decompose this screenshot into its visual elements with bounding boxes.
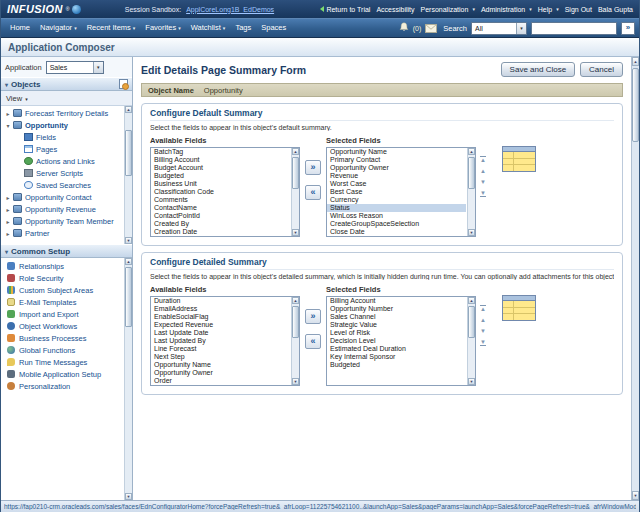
expand-icon[interactable]	[4, 206, 12, 213]
menu-favorites[interactable]: Favorites	[140, 19, 185, 37]
common-setup-item-relationships[interactable]: Relationships	[1, 260, 124, 272]
tree-item-opportunity[interactable]: Opportunity	[1, 119, 124, 131]
tree-item-opportunity-revenue[interactable]: Opportunity Revenue	[1, 203, 124, 215]
scrollbar-thumb[interactable]	[292, 306, 299, 338]
menu-spaces[interactable]: Spaces	[256, 19, 291, 37]
move-up-icon[interactable]	[480, 168, 486, 174]
tree-scrollbar[interactable]	[124, 106, 132, 244]
tree-item-server-scripts[interactable]: Server Scripts	[1, 167, 124, 179]
session-sandbox-link[interactable]: ApplCoreLong1B_EdDemos	[186, 6, 274, 13]
personalization-menu[interactable]: Personalization	[421, 6, 475, 13]
common-setup-item-global-functions[interactable]: Global Functions	[1, 344, 124, 356]
scroll-up-icon[interactable]	[292, 297, 299, 304]
chevron-down-icon[interactable]	[516, 23, 526, 34]
list-option[interactable]: ContactPointId	[151, 212, 290, 220]
move-to-bottom-icon[interactable]	[480, 339, 486, 346]
scrollbar-thumb[interactable]	[468, 306, 475, 338]
list-option[interactable]: Best Case	[327, 188, 466, 196]
tree-item-fields[interactable]: Fields	[1, 131, 124, 143]
menu-navigator[interactable]: Navigator	[35, 19, 82, 37]
common-setup-item-email-templates[interactable]: E-Mail Templates	[1, 296, 124, 308]
list-option[interactable]: Worst Case	[327, 180, 466, 188]
scrollbar-thumb[interactable]	[468, 157, 475, 189]
list-option[interactable]: BatchTag	[151, 148, 290, 156]
list-option[interactable]: Decision Level	[327, 337, 466, 345]
scroll-down-icon[interactable]	[468, 378, 475, 385]
help-menu[interactable]: Help	[538, 6, 559, 13]
scroll-down-icon[interactable]	[292, 378, 299, 385]
move-to-top-icon[interactable]	[480, 156, 486, 163]
common-setup-scrollbar[interactable]	[124, 258, 132, 500]
search-go-button[interactable]	[621, 22, 635, 35]
list-option[interactable]: Opportunity Name	[327, 148, 466, 156]
search-input[interactable]	[531, 22, 617, 35]
list-option[interactable]: Budgeted	[151, 172, 290, 180]
list-option[interactable]: Next Step	[151, 353, 290, 361]
list-option[interactable]: Creation Date	[151, 228, 290, 236]
list-option[interactable]: Line Forecast	[151, 345, 290, 353]
detailed-available-fields-listbox[interactable]: DurationEmailAddressEnableSocialFlagExpe…	[150, 296, 300, 386]
list-option[interactable]: Last Update Date	[151, 329, 290, 337]
common-setup-item-object-workflows[interactable]: Object Workflows	[1, 320, 124, 332]
scroll-up-icon[interactable]	[632, 57, 639, 66]
menu-watchlist[interactable]: Watchlist	[186, 19, 231, 37]
menu-tags[interactable]: Tags	[230, 19, 256, 37]
list-option[interactable]: Currency	[327, 196, 466, 204]
move-left-button[interactable]	[305, 185, 321, 200]
move-down-icon[interactable]	[480, 328, 486, 334]
move-to-top-icon[interactable]	[480, 305, 486, 312]
scrollbar-thumb[interactable]	[125, 267, 132, 327]
list-option[interactable]: Primary Contact	[327, 156, 466, 164]
list-option[interactable]: Close Date	[327, 228, 466, 236]
detailed-selected-fields-listbox[interactable]: Billing AccountOpportunity NumberSales C…	[326, 296, 476, 386]
list-option[interactable]: Opportunity Number	[327, 305, 466, 313]
page-scrollbar[interactable]	[631, 57, 639, 500]
save-and-close-button[interactable]: Save and Close	[501, 62, 575, 77]
scroll-up-icon[interactable]	[125, 258, 132, 265]
chevron-down-icon[interactable]	[93, 62, 103, 73]
sign-out-link[interactable]: Sign Out	[565, 6, 592, 13]
list-option[interactable]: EmailAddress	[151, 305, 290, 313]
list-option[interactable]: Sales Channel	[327, 313, 466, 321]
move-right-button[interactable]	[305, 309, 321, 324]
scroll-down-icon[interactable]	[632, 491, 639, 500]
list-option[interactable]: Billing Account	[151, 156, 290, 164]
list-option[interactable]: Opportunity Name	[151, 361, 290, 369]
list-option[interactable]: Last Updated By	[151, 337, 290, 345]
expand-icon[interactable]	[4, 218, 12, 225]
common-setup-item-custom-subject-areas[interactable]: Custom Subject Areas	[1, 284, 124, 296]
list-option[interactable]: Key Internal Sponsor	[327, 353, 466, 361]
common-setup-item-role-security[interactable]: Role Security	[1, 272, 124, 284]
move-to-bottom-icon[interactable]	[480, 190, 486, 197]
tree-item-actions-and-links[interactable]: Actions and Links	[1, 155, 124, 167]
common-setup-panel-header[interactable]: Common Setup	[1, 244, 132, 258]
list-option[interactable]: ContactName	[151, 204, 290, 212]
scroll-down-icon[interactable]	[125, 237, 132, 244]
scroll-up-icon[interactable]	[125, 106, 132, 113]
list-option[interactable]: Strategic Value	[327, 321, 466, 329]
list-option[interactable]: Budgeted	[327, 361, 466, 369]
tree-item-forecast-territory-details[interactable]: Forecast Territory Details	[1, 107, 124, 119]
tree-item-pages[interactable]: Pages	[1, 143, 124, 155]
list-option[interactable]: Comments	[151, 196, 290, 204]
common-setup-item-business-processes[interactable]: Business Processes	[1, 332, 124, 344]
list-option[interactable]: Estimated Deal Duration	[327, 345, 466, 353]
expand-icon[interactable]	[4, 194, 12, 201]
list-option[interactable]: Duration	[151, 297, 290, 305]
expand-icon[interactable]	[4, 230, 12, 237]
common-setup-item-import-and-export[interactable]: Import and Export	[1, 308, 124, 320]
tree-item-opportunity-team-member[interactable]: Opportunity Team Member	[1, 215, 124, 227]
scrollbar-thumb[interactable]	[292, 157, 299, 189]
list-option[interactable]: Classification Code	[151, 188, 290, 196]
menu-recent-items[interactable]: Recent Items	[82, 19, 141, 37]
return-link[interactable]: Return to Trial	[317, 6, 370, 13]
scroll-up-icon[interactable]	[468, 297, 475, 304]
application-select[interactable]: Sales	[46, 61, 104, 74]
common-setup-item-personalization[interactable]: Personalization	[1, 380, 124, 392]
list-option[interactable]: Status	[327, 204, 466, 212]
list-option[interactable]: CreateGroupSpaceSelection	[327, 220, 466, 228]
default-selected-fields-listbox[interactable]: Opportunity NamePrimary ContactOpportuni…	[326, 147, 476, 237]
scrollbar-thumb[interactable]	[632, 68, 639, 142]
list-option[interactable]: Budget Account	[151, 164, 290, 172]
list-option[interactable]: WinLoss Reason	[327, 212, 466, 220]
